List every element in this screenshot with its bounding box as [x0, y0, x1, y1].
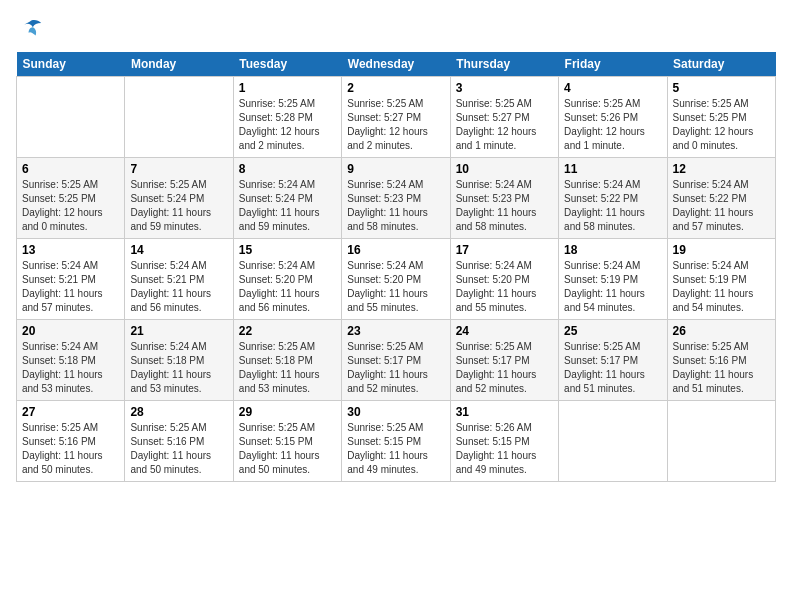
calendar-cell: 14Sunrise: 5:24 AM Sunset: 5:21 PM Dayli… [125, 239, 233, 320]
calendar-cell: 4Sunrise: 5:25 AM Sunset: 5:26 PM Daylig… [559, 77, 667, 158]
day-info: Sunrise: 5:24 AM Sunset: 5:23 PM Dayligh… [456, 178, 553, 234]
day-info: Sunrise: 5:25 AM Sunset: 5:15 PM Dayligh… [347, 421, 444, 477]
day-info: Sunrise: 5:25 AM Sunset: 5:18 PM Dayligh… [239, 340, 336, 396]
calendar-cell: 24Sunrise: 5:25 AM Sunset: 5:17 PM Dayli… [450, 320, 558, 401]
day-info: Sunrise: 5:25 AM Sunset: 5:25 PM Dayligh… [22, 178, 119, 234]
calendar-week-row: 13Sunrise: 5:24 AM Sunset: 5:21 PM Dayli… [17, 239, 776, 320]
calendar-cell: 27Sunrise: 5:25 AM Sunset: 5:16 PM Dayli… [17, 401, 125, 482]
day-number: 2 [347, 81, 444, 95]
weekday-header: Monday [125, 52, 233, 77]
day-number: 14 [130, 243, 227, 257]
day-info: Sunrise: 5:24 AM Sunset: 5:19 PM Dayligh… [673, 259, 770, 315]
day-info: Sunrise: 5:25 AM Sunset: 5:16 PM Dayligh… [130, 421, 227, 477]
calendar-cell: 26Sunrise: 5:25 AM Sunset: 5:16 PM Dayli… [667, 320, 775, 401]
day-number: 28 [130, 405, 227, 419]
calendar-week-row: 27Sunrise: 5:25 AM Sunset: 5:16 PM Dayli… [17, 401, 776, 482]
day-number: 1 [239, 81, 336, 95]
logo-icon [16, 16, 44, 44]
calendar-cell: 17Sunrise: 5:24 AM Sunset: 5:20 PM Dayli… [450, 239, 558, 320]
day-info: Sunrise: 5:24 AM Sunset: 5:20 PM Dayligh… [456, 259, 553, 315]
day-info: Sunrise: 5:24 AM Sunset: 5:22 PM Dayligh… [673, 178, 770, 234]
day-info: Sunrise: 5:24 AM Sunset: 5:18 PM Dayligh… [22, 340, 119, 396]
day-number: 13 [22, 243, 119, 257]
calendar-cell: 9Sunrise: 5:24 AM Sunset: 5:23 PM Daylig… [342, 158, 450, 239]
calendar-cell: 30Sunrise: 5:25 AM Sunset: 5:15 PM Dayli… [342, 401, 450, 482]
day-number: 20 [22, 324, 119, 338]
day-info: Sunrise: 5:25 AM Sunset: 5:17 PM Dayligh… [347, 340, 444, 396]
day-number: 21 [130, 324, 227, 338]
calendar-cell: 21Sunrise: 5:24 AM Sunset: 5:18 PM Dayli… [125, 320, 233, 401]
calendar-cell: 22Sunrise: 5:25 AM Sunset: 5:18 PM Dayli… [233, 320, 341, 401]
day-number: 30 [347, 405, 444, 419]
calendar-cell: 10Sunrise: 5:24 AM Sunset: 5:23 PM Dayli… [450, 158, 558, 239]
calendar-week-row: 6Sunrise: 5:25 AM Sunset: 5:25 PM Daylig… [17, 158, 776, 239]
day-number: 23 [347, 324, 444, 338]
day-info: Sunrise: 5:24 AM Sunset: 5:24 PM Dayligh… [239, 178, 336, 234]
calendar-week-row: 1Sunrise: 5:25 AM Sunset: 5:28 PM Daylig… [17, 77, 776, 158]
day-info: Sunrise: 5:25 AM Sunset: 5:24 PM Dayligh… [130, 178, 227, 234]
calendar-cell: 31Sunrise: 5:26 AM Sunset: 5:15 PM Dayli… [450, 401, 558, 482]
day-number: 24 [456, 324, 553, 338]
weekday-header-row: SundayMondayTuesdayWednesdayThursdayFrid… [17, 52, 776, 77]
day-number: 25 [564, 324, 661, 338]
calendar-cell: 28Sunrise: 5:25 AM Sunset: 5:16 PM Dayli… [125, 401, 233, 482]
calendar-cell: 8Sunrise: 5:24 AM Sunset: 5:24 PM Daylig… [233, 158, 341, 239]
weekday-header: Thursday [450, 52, 558, 77]
calendar-cell: 6Sunrise: 5:25 AM Sunset: 5:25 PM Daylig… [17, 158, 125, 239]
day-info: Sunrise: 5:24 AM Sunset: 5:20 PM Dayligh… [347, 259, 444, 315]
day-number: 10 [456, 162, 553, 176]
day-number: 15 [239, 243, 336, 257]
calendar-cell: 18Sunrise: 5:24 AM Sunset: 5:19 PM Dayli… [559, 239, 667, 320]
calendar-cell: 25Sunrise: 5:25 AM Sunset: 5:17 PM Dayli… [559, 320, 667, 401]
day-info: Sunrise: 5:25 AM Sunset: 5:27 PM Dayligh… [456, 97, 553, 153]
weekday-header: Saturday [667, 52, 775, 77]
day-info: Sunrise: 5:24 AM Sunset: 5:19 PM Dayligh… [564, 259, 661, 315]
day-info: Sunrise: 5:24 AM Sunset: 5:22 PM Dayligh… [564, 178, 661, 234]
calendar-cell: 16Sunrise: 5:24 AM Sunset: 5:20 PM Dayli… [342, 239, 450, 320]
weekday-header: Friday [559, 52, 667, 77]
day-number: 12 [673, 162, 770, 176]
calendar-cell: 29Sunrise: 5:25 AM Sunset: 5:15 PM Dayli… [233, 401, 341, 482]
day-number: 17 [456, 243, 553, 257]
day-number: 16 [347, 243, 444, 257]
calendar-cell: 11Sunrise: 5:24 AM Sunset: 5:22 PM Dayli… [559, 158, 667, 239]
calendar-cell: 13Sunrise: 5:24 AM Sunset: 5:21 PM Dayli… [17, 239, 125, 320]
day-number: 26 [673, 324, 770, 338]
day-info: Sunrise: 5:24 AM Sunset: 5:21 PM Dayligh… [22, 259, 119, 315]
calendar-cell: 7Sunrise: 5:25 AM Sunset: 5:24 PM Daylig… [125, 158, 233, 239]
day-number: 31 [456, 405, 553, 419]
calendar-cell [17, 77, 125, 158]
day-info: Sunrise: 5:24 AM Sunset: 5:23 PM Dayligh… [347, 178, 444, 234]
calendar-cell: 20Sunrise: 5:24 AM Sunset: 5:18 PM Dayli… [17, 320, 125, 401]
day-info: Sunrise: 5:25 AM Sunset: 5:26 PM Dayligh… [564, 97, 661, 153]
day-number: 3 [456, 81, 553, 95]
weekday-header: Sunday [17, 52, 125, 77]
day-info: Sunrise: 5:25 AM Sunset: 5:16 PM Dayligh… [22, 421, 119, 477]
day-info: Sunrise: 5:24 AM Sunset: 5:21 PM Dayligh… [130, 259, 227, 315]
day-number: 7 [130, 162, 227, 176]
calendar-cell: 5Sunrise: 5:25 AM Sunset: 5:25 PM Daylig… [667, 77, 775, 158]
calendar-cell: 2Sunrise: 5:25 AM Sunset: 5:27 PM Daylig… [342, 77, 450, 158]
day-number: 19 [673, 243, 770, 257]
calendar-cell: 23Sunrise: 5:25 AM Sunset: 5:17 PM Dayli… [342, 320, 450, 401]
calendar-cell: 1Sunrise: 5:25 AM Sunset: 5:28 PM Daylig… [233, 77, 341, 158]
day-number: 5 [673, 81, 770, 95]
calendar-cell [125, 77, 233, 158]
day-info: Sunrise: 5:25 AM Sunset: 5:16 PM Dayligh… [673, 340, 770, 396]
day-number: 29 [239, 405, 336, 419]
day-info: Sunrise: 5:24 AM Sunset: 5:18 PM Dayligh… [130, 340, 227, 396]
day-info: Sunrise: 5:25 AM Sunset: 5:27 PM Dayligh… [347, 97, 444, 153]
day-info: Sunrise: 5:25 AM Sunset: 5:17 PM Dayligh… [456, 340, 553, 396]
logo [16, 16, 48, 44]
day-number: 8 [239, 162, 336, 176]
day-number: 9 [347, 162, 444, 176]
day-number: 6 [22, 162, 119, 176]
day-number: 27 [22, 405, 119, 419]
calendar-cell: 3Sunrise: 5:25 AM Sunset: 5:27 PM Daylig… [450, 77, 558, 158]
weekday-header: Wednesday [342, 52, 450, 77]
day-number: 4 [564, 81, 661, 95]
day-info: Sunrise: 5:25 AM Sunset: 5:15 PM Dayligh… [239, 421, 336, 477]
calendar-cell [559, 401, 667, 482]
day-number: 18 [564, 243, 661, 257]
calendar-cell: 19Sunrise: 5:24 AM Sunset: 5:19 PM Dayli… [667, 239, 775, 320]
